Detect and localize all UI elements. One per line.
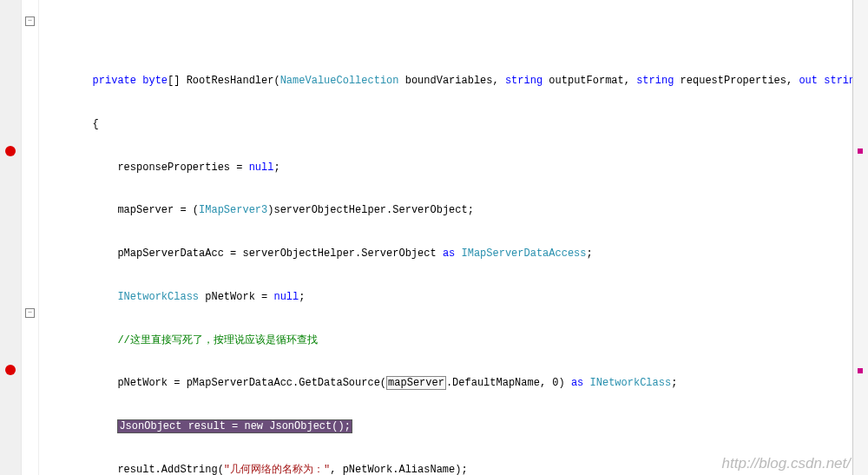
breakpoint-2[interactable] bbox=[5, 365, 16, 375]
code-area[interactable]: private byte[] RootResHandler(NameValueC… bbox=[39, 0, 868, 475]
code-line[interactable]: INetworkClass pNetWork = null; bbox=[43, 290, 868, 305]
code-editor: − − private byte[] RootResHandler(NameVa… bbox=[0, 0, 868, 475]
breakpoint-highlight: JsonObject result = new JsonObject(); bbox=[117, 419, 352, 433]
code-line[interactable]: JsonObject result = new JsonObject(); bbox=[43, 419, 868, 434]
scrollbar[interactable] bbox=[852, 0, 868, 475]
code-line[interactable]: { bbox=[43, 117, 868, 132]
breakpoint-1[interactable] bbox=[5, 146, 16, 156]
fold-toggle-1[interactable]: − bbox=[25, 16, 35, 26]
scroll-marker bbox=[858, 368, 863, 373]
code-line[interactable]: pMapServerDataAcc = serverObjectHelper.S… bbox=[43, 247, 868, 261]
fold-toggle-2[interactable]: − bbox=[25, 308, 35, 318]
symbol-highlight: mapServer bbox=[386, 376, 446, 390]
code-line[interactable]: responseProperties = null; bbox=[43, 161, 868, 175]
breakpoint-gutter[interactable] bbox=[0, 0, 22, 475]
code-line[interactable]: private byte[] RootResHandler(NameValueC… bbox=[43, 74, 868, 89]
code-line[interactable]: result.AddString("几何网络的名称为：", pNetWork.A… bbox=[43, 463, 868, 475]
code-line[interactable]: mapServer = (IMapServer3)serverObjectHel… bbox=[43, 203, 868, 218]
code-line[interactable]: pNetWork = pMapServerDataAcc.GetDataSour… bbox=[43, 376, 868, 391]
code-line[interactable]: //这里直接写死了，按理说应该是循环查找 bbox=[43, 333, 868, 348]
scroll-marker bbox=[858, 148, 863, 154]
fold-gutter[interactable]: − − bbox=[22, 0, 39, 475]
